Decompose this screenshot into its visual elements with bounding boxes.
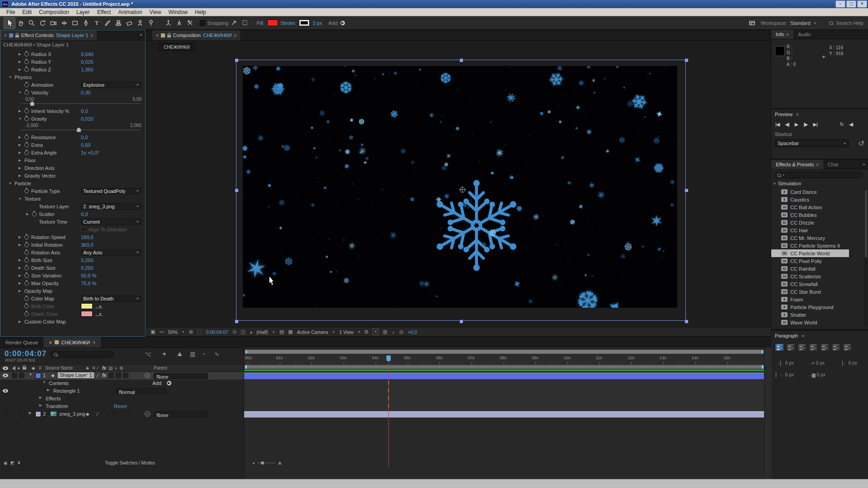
layer2-duration-bar[interactable] [244,411,764,418]
effect-param-texture-layer[interactable]: Texture Layer2. sneg_3.png▼ [0,202,145,210]
expander-icon[interactable]: ▶ [19,174,24,178]
expand-layer-switches-icon[interactable]: ◉ [4,460,8,465]
first-frame-button[interactable]: |◀ [774,121,781,128]
effect-group-floor[interactable]: ▶Floor [0,156,145,164]
effects-scrollbar[interactable] [864,188,868,326]
color-swatch[interactable] [81,303,93,309]
expander-icon[interactable]: ▶ [19,320,24,324]
motion-blur-icon[interactable]: ◔ [202,351,205,357]
expand-transfer-controls-icon[interactable]: ◩ [10,460,14,465]
zoom-slider-knob[interactable] [261,461,264,465]
stopwatch-icon[interactable] [24,243,29,247]
resolution-value[interactable]: (Half) [256,329,268,335]
effect-group-physics[interactable]: ▼Physics [0,73,145,81]
justify-last-right-button[interactable] [831,343,840,351]
tab-overflow-icon[interactable]: » [863,160,868,169]
roto-brush-tool[interactable] [135,18,146,28]
quality-switch[interactable]: ♣ [86,411,89,417]
effects-list-item[interactable]: 16CC Pixel Polly [771,257,864,265]
search-help-input[interactable]: Search Help [836,20,863,26]
effect-param-dropdown[interactable]: Birth to Death▼ [81,296,142,302]
expander-icon[interactable]: ▶ [19,68,24,71]
camera-tool[interactable] [48,18,59,28]
align-to-direction-checkbox[interactable] [81,227,86,232]
layer-anchor-point[interactable] [460,187,465,192]
stroke-color-swatch[interactable] [299,19,310,26]
effect-param-extra[interactable]: ▶Extra0,50 [0,141,145,149]
effect-param-value[interactable]: 0,50 [81,142,90,148]
show-snapshot-icon[interactable]: ◫ [241,329,245,335]
effects-list-item[interactable]: 32CC Snowfall [771,280,864,288]
expander-icon[interactable]: ▶ [19,166,24,170]
layer1-duration-bar[interactable] [244,373,764,379]
fill-color-swatch[interactable] [267,19,278,26]
effect-group-direction-axis[interactable]: ▶Direction Axis [0,164,145,172]
effect-group-opacity-map[interactable]: ▶Opacity Map [0,287,145,295]
tab-overflow-icon[interactable]: » [140,30,145,40]
menu-item-view[interactable]: View [146,9,165,15]
loop-icon[interactable]: ↻ [839,121,845,128]
fill-label[interactable]: Fill: [257,20,264,26]
effect-param-rotation-speed[interactable]: ▶Rotation Speed180,0 [0,233,145,241]
mask-switch[interactable]: ∕ [97,411,98,417]
effects-list-item[interactable]: 32CC Particle Systems II [771,242,864,249]
effect-group-gravity-vector[interactable]: ▶Gravity Vector [0,172,145,179]
effects-list-item[interactable]: 8Card Dance [771,188,864,196]
mask-switch[interactable]: ∕ [97,373,98,378]
parent-column-header[interactable]: Parent [154,366,167,371]
tab-info[interactable]: Info ≡ [771,30,793,39]
primary-viewer-icon[interactable]: ▭ [159,329,164,335]
effects-group-simulation[interactable]: ▼ Simulation [773,181,801,186]
menu-item-window[interactable]: Window [165,9,191,15]
frame-blend-switch[interactable] [108,411,114,417]
effect-param-value[interactable]: 1,360 [81,67,94,72]
expander-icon[interactable]: ▶ [39,404,42,407]
effect-param-color-map[interactable]: Color MapBirth to Death▼ [0,295,145,302]
visibility-toggle[interactable] [3,411,8,417]
effect-param-value[interactable]: 50,0 % [81,273,96,278]
label-color-swatch[interactable] [35,373,41,379]
expander-icon[interactable]: ▶ [19,151,24,155]
track-row-rectangle[interactable] [244,387,764,395]
show-channels-icon[interactable]: ◕ [250,329,253,335]
close-tab-icon[interactable]: × [49,340,52,345]
expander-icon[interactable]: ▶ [19,136,24,139]
indent-firstline-field[interactable]: →≡0px [807,361,825,366]
reset-icon[interactable]: ↺ [859,139,864,148]
stopwatch-icon[interactable] [24,296,29,301]
effect-param-value[interactable]: 1x +0,0° [81,150,99,155]
stopwatch-icon[interactable] [24,304,29,309]
world-axis-mode-icon[interactable] [174,18,184,28]
panel-menu-icon[interactable]: ≡ [93,340,95,345]
expander-icon[interactable]: ▶ [19,243,24,247]
flowchart-icon[interactable]: ♁ [392,329,395,335]
stopwatch-icon[interactable] [24,189,29,193]
maximize-button[interactable]: ▢ [846,0,856,8]
stroke-width-value[interactable]: 2 px [312,20,322,26]
justify-last-left-button[interactable] [809,343,818,351]
indent-right-field[interactable]: ▕←0px [839,361,857,366]
stopwatch-icon[interactable] [24,250,29,255]
track-row-transform[interactable] [244,403,764,411]
grid-icon[interactable]: ▦ [288,329,292,335]
stopwatch-icon[interactable] [24,281,29,286]
stopwatch-icon[interactable] [24,67,29,72]
pan-behind-tool[interactable] [59,18,70,28]
expand-inout-icon[interactable]: ⧗ [17,460,20,465]
effects-row[interactable]: ▶ Effects [0,395,244,403]
workspace-dropdown-icon[interactable]: ▼ [814,22,817,25]
rectangle-row[interactable]: ▶ Rectangle 1 Normal▼ [0,387,244,395]
panel-menu-icon[interactable]: ≡ [796,112,799,117]
effect-param-value[interactable]: 0,540 [81,52,94,57]
expander-icon[interactable]: ▶ [39,396,42,399]
tab-composition[interactable]: × Composition СНЕЖИНКИ ≡ [152,30,240,40]
stopwatch-icon[interactable] [24,60,29,64]
effect-param-value[interactable]: 0,025 [81,59,94,65]
timeline-zoom-slider[interactable]: ▲ ▲ [252,460,283,466]
clone-stamp-tool[interactable] [113,18,124,28]
menu-item-help[interactable]: Help [191,9,210,15]
add-property-button[interactable]: ▶ [167,381,171,385]
menu-item-composition[interactable]: Composition [35,9,73,15]
visibility-toggle[interactable] [3,389,8,393]
track-row-effects[interactable] [244,395,764,403]
